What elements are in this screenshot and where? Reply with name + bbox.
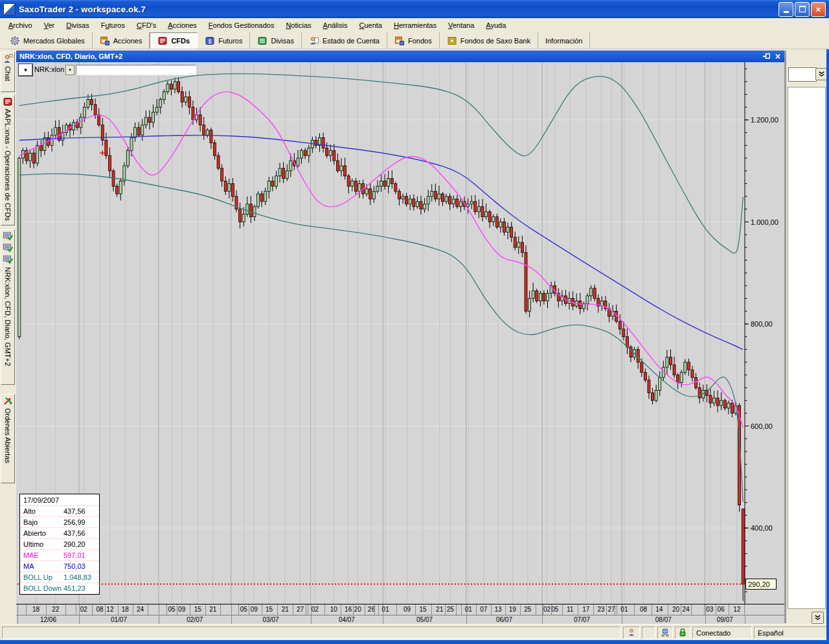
menu-divisas[interactable]: Divisas <box>60 19 95 31</box>
day-separator <box>177 604 177 615</box>
menu-archivo[interactable]: Archivo <box>3 19 38 31</box>
instrument-label: NRK:xlon <box>34 65 64 73</box>
menu-cfd-s[interactable]: CFD's <box>131 19 162 31</box>
toolbar-tab-fondos[interactable]: Fondos <box>387 32 440 49</box>
month-label-07-07: 07/07 <box>574 616 590 623</box>
chevron-down-icon: ▼ <box>68 68 72 72</box>
toolbar-tab-label: Mercados Globales <box>23 37 85 45</box>
day-separator <box>578 604 578 615</box>
menu-ver[interactable]: Ver <box>38 19 61 31</box>
instrument-dropdown-button[interactable]: ▼ <box>65 65 74 75</box>
y-axis-tick-label: 1.200,00 <box>751 116 778 124</box>
day-label: 23 <box>598 606 605 613</box>
toolbar-tab-cfds[interactable]: CFDs <box>150 32 198 49</box>
symbol-search-input[interactable] <box>76 65 196 75</box>
month-label-06-07: 06/07 <box>496 616 512 623</box>
last-price-tag: 290,20 <box>745 579 777 590</box>
day-label: 08 <box>640 606 647 613</box>
month-label-09-07: 09/07 <box>717 616 733 623</box>
day-separator <box>374 604 375 615</box>
info-row-value: 597,01 <box>63 551 96 559</box>
window-orange-icon <box>394 36 405 46</box>
status-panel-user[interactable] <box>623 627 640 639</box>
chart-close-icon[interactable]: × <box>775 51 780 62</box>
menu-ventana[interactable]: Ventana <box>442 19 480 31</box>
sidebar-tab-chat[interactable]: Chat <box>1 52 15 92</box>
day-separator <box>353 604 354 615</box>
info-row-bajo: Bajo256,99 <box>20 517 99 528</box>
menu-futuros[interactable]: Futuros <box>95 19 131 31</box>
day-separator <box>231 604 232 615</box>
day-label: 18 <box>122 606 129 613</box>
day-separator <box>681 604 681 615</box>
sidebar-tab-label: NRK:xlon, CFD, Diario, GMT+2 <box>4 267 12 366</box>
day-label: 10 <box>330 606 337 613</box>
x-axis-months: 12/0601/0702/0703/0704/0705/0706/0707/07… <box>16 615 784 624</box>
sidebar-tab-aapl-xnas-operaciones-de-cfd[interactable]: AAPL:xnas - Operaciones de CFDs <box>1 95 15 225</box>
status-language[interactable]: Español <box>754 627 827 639</box>
day-label: 24 <box>137 606 144 613</box>
day-label: 21 <box>209 606 216 613</box>
day-label: 05 <box>551 606 558 613</box>
expand-panel-bottom-button[interactable] <box>812 612 824 624</box>
day-separator <box>744 604 745 615</box>
month-label-12-06: 12/06 <box>40 616 56 623</box>
menu-ayuda[interactable]: Ayuda <box>480 19 512 31</box>
info-row-ultimo: Ultimo290,20 <box>20 539 99 550</box>
saxotrader-app: { "window": { "title": "SaxoTrader 2 - w… <box>0 0 829 644</box>
day-separator <box>445 604 446 615</box>
info-row-value: 290,20 <box>63 540 96 548</box>
chart-menu-dropdown-button[interactable]: ▼ <box>19 64 32 76</box>
menu-fondos-gestionados[interactable]: Fondos Gestionados <box>203 19 280 31</box>
toolbar-tab-mercados-globales[interactable]: Mercados Globales <box>3 32 93 49</box>
chart-plot[interactable]: 1.200,001.000,00800,00600,00400,00 ▼ NRK… <box>16 62 784 604</box>
menu-an-lisis[interactable]: Análisis <box>317 19 354 31</box>
status-bar: Conectado Español <box>0 624 829 641</box>
status-panel-lock[interactable] <box>675 627 690 639</box>
day-separator <box>431 604 432 615</box>
menu-acciones[interactable]: Acciones <box>162 19 203 31</box>
chart-window-title: NRK:xlon, CFD, Diario, GMT+2 <box>19 52 122 60</box>
pin-icon[interactable] <box>763 52 770 60</box>
day-separator <box>415 604 416 615</box>
month-label-04-07: 04/07 <box>339 616 355 623</box>
day-separator <box>220 604 221 615</box>
day-label: 09 <box>403 606 411 613</box>
toolbar-tab-fondos-de-saxo-bank[interactable]: Fondos de Saxo Bank <box>440 32 538 49</box>
day-label: 25 <box>447 606 454 613</box>
minimize-button[interactable] <box>778 2 793 17</box>
info-row-boll-down: BOLL Down451,23 <box>20 583 99 594</box>
menu-cuenta[interactable]: Cuenta <box>353 19 387 31</box>
sidebar-tab-ordenes-abiertas[interactable]: Ordenes Abiertas <box>1 394 15 483</box>
day-separator <box>133 604 133 615</box>
right-panel-input[interactable] <box>788 67 817 82</box>
connection-label: Conectado <box>696 629 731 637</box>
status-panel-network[interactable] <box>657 627 673 639</box>
close-button[interactable]: × <box>811 2 826 17</box>
x-axis-days: 1822020812182405091521050915212702101620… <box>16 604 784 615</box>
toolbar-tab-informaci-n[interactable]: Información <box>538 32 590 49</box>
menu-noticias[interactable]: Noticias <box>280 19 317 31</box>
toolbar-tab-divisas[interactable]: Divisas <box>250 32 301 49</box>
chart-window-title-bar[interactable]: NRK:xlon, CFD, Diario, GMT+2 × <box>16 51 784 62</box>
day-separator <box>166 604 167 615</box>
day-separator <box>159 604 159 615</box>
day-label: 25 <box>524 606 531 613</box>
day-label: 13 <box>495 606 502 613</box>
day-separator <box>476 604 477 615</box>
app-title-bar[interactable]: SaxoTrader 2 - workspace.ok.7 × <box>0 0 829 18</box>
restore-button[interactable] <box>795 2 810 17</box>
toolbar-tab-estado-de-cuenta[interactable]: Estado de Cuenta <box>302 32 387 49</box>
month-label-01-07: 01/07 <box>111 616 127 623</box>
sidebar-tab-nrk-xlon-cfd-diario-gmt-2[interactable]: NRK:xlon, CFD, Diario, GMT+2 <box>1 229 15 385</box>
day-separator <box>562 604 563 615</box>
status-connection: Conectado <box>692 627 752 639</box>
toolbar-tab-futuros[interactable]: $Futuros <box>198 32 250 49</box>
toolbar-tab-acciones[interactable]: Acciones <box>93 32 150 49</box>
menu-bar: ArchivoVerDivisasFuturosCFD'sAccionesFon… <box>0 18 829 32</box>
day-label: 15 <box>419 606 426 613</box>
day-separator <box>617 604 617 615</box>
day-separator <box>378 604 379 615</box>
chart-window: NRK:xlon, CFD, Diario, GMT+2 × 1.200,001… <box>16 51 786 623</box>
menu-herramientas[interactable]: Herramientas <box>388 19 442 31</box>
